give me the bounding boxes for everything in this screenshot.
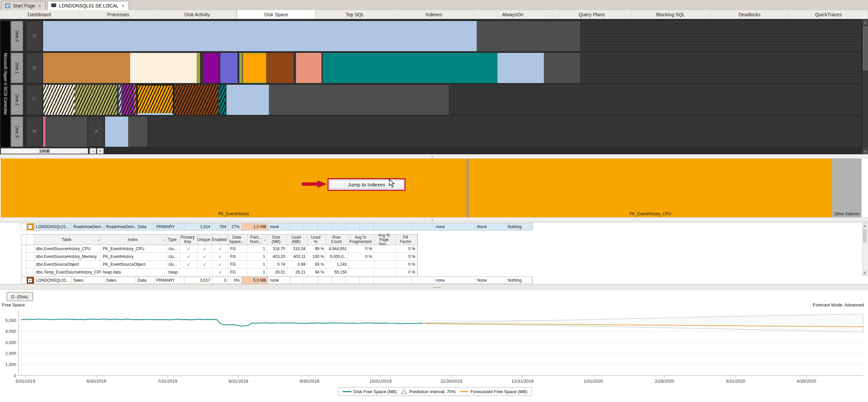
svg-text:6/30/2019: 6/30/2019 (86, 379, 106, 384)
free-space-block[interactable] (477, 21, 580, 51)
group-cell (346, 223, 360, 230)
table-row[interactable]: dbo.EventSourceObjectPK_EventSourceObjec… (21, 261, 418, 268)
group-cell (304, 223, 318, 230)
collapse-chevron-icon[interactable]: ˅ (431, 218, 433, 221)
close-icon[interactable]: × (121, 3, 125, 8)
disk-segment[interactable] (243, 53, 266, 83)
tab-quicktraces[interactable]: QuickTraces (789, 10, 868, 19)
drag-handle-dots[interactable]: ••••• (433, 286, 441, 289)
scroll-down-icon[interactable]: ▼ (862, 149, 868, 155)
table-row[interactable]: dbo.EventSourceHistory_MemoryPK_EventHis… (21, 253, 418, 261)
disk-segment[interactable] (43, 117, 45, 147)
column-header-primary-key[interactable]: Primary Key (180, 235, 198, 245)
zoom-in-button[interactable]: + (97, 148, 104, 154)
splitter-middle[interactable]: ˅ (0, 217, 868, 222)
column-header-used-mb[interactable]: Used (MB) (287, 235, 308, 245)
group-cell (346, 277, 360, 284)
disk-segment[interactable] (323, 53, 497, 83)
disk-segment[interactable] (239, 53, 242, 83)
disk-segment[interactable] (75, 85, 117, 115)
tab-blocking-sql[interactable]: Blocking SQL (631, 10, 710, 19)
tab-disk-activity[interactable]: Disk Activity (158, 10, 237, 19)
column-header-unique[interactable]: Unique (198, 235, 212, 245)
scroll-up-icon[interactable]: ▲ (863, 223, 867, 228)
table-row[interactable]: dbo.Temp_EventSourceHistory_CPUheap data… (21, 268, 418, 276)
group-cell: Data (136, 223, 155, 230)
disk-segment[interactable] (296, 53, 321, 83)
group-row[interactable]: +LONDONSQL01...SalesSalesDataPRIMARY3,51… (21, 277, 533, 284)
scrollbar-thumb[interactable] (863, 26, 868, 70)
index-block-pk-eventhistory-cpu[interactable]: PK_EventHistory_CPU (469, 159, 832, 217)
cell-size-mb: 318.70 (267, 245, 287, 253)
column-header-row-count[interactable]: Row Count (326, 235, 349, 245)
free-space-block[interactable] (269, 85, 449, 115)
svg-text:10/31/2019: 10/31/2019 (369, 379, 391, 384)
tab-dashboard[interactable]: Dashboard (0, 10, 79, 19)
disk-segment[interactable] (220, 53, 237, 83)
expand-expander-icon[interactable]: + (28, 278, 32, 283)
start-page-icon (5, 3, 11, 8)
disk-segment[interactable] (203, 53, 219, 83)
disk-segment[interactable] (105, 117, 128, 147)
cell-data-space: FG (229, 253, 247, 260)
checkmark-icon: ✓ (203, 246, 207, 252)
disk-segment[interactable] (197, 53, 200, 83)
tab-query-plans[interactable]: Query Plans (552, 10, 631, 19)
free-space-block[interactable] (544, 53, 580, 83)
checkmark-icon: ✓ (218, 262, 222, 267)
disk-segment[interactable] (137, 85, 174, 115)
splitter-bottom[interactable]: ••••• (0, 284, 868, 290)
column-header-avg-page-spa[interactable]: Avg % Page Spa... (374, 235, 396, 245)
free-space-block[interactable] (45, 117, 87, 147)
tab-deadlocks[interactable]: Deadlocks (710, 10, 789, 19)
collapse-expander-icon[interactable]: - (28, 225, 32, 229)
splitter-top[interactable]: ˅ (0, 154, 868, 159)
index-block-other-indexes[interactable]: Other Indexes (832, 159, 862, 217)
tab-processes[interactable]: Processes (79, 10, 158, 19)
column-header-used[interactable]: Used % (308, 235, 326, 245)
column-header-parti-num[interactable]: Parti... Num...▲ (247, 235, 267, 245)
close-icon[interactable]: × (38, 3, 42, 8)
tab-top-sql[interactable]: Top SQL (316, 10, 395, 19)
column-header-avg-fragmented[interactable]: Avg % Fragmented (349, 235, 374, 245)
disk-segment[interactable] (497, 53, 544, 83)
scroll-up-icon[interactable]: ▲ (862, 19, 868, 25)
disk-segment[interactable] (119, 85, 121, 115)
cell-enabled: ✓ (212, 253, 229, 260)
column-header-table[interactable]: Table▲ (34, 235, 101, 245)
svg-text:11/30/2019: 11/30/2019 (440, 379, 462, 384)
free-space-block[interactable] (128, 117, 147, 147)
disk-d-tab[interactable]: D: (Disk) (7, 292, 33, 301)
tab-alwayson[interactable]: AlwaysOn (473, 10, 552, 19)
disk-view-scrollbar[interactable]: ▲ ▼ (862, 19, 868, 155)
column-header-data-space[interactable]: Data Space... (229, 235, 247, 245)
group-row[interactable]: -LONDONSQL01...RoadshowDem...RoadshowDem… (21, 223, 533, 230)
column-header-enabled[interactable]: Enabled (212, 235, 229, 245)
disk-segment[interactable] (219, 85, 225, 115)
disk-segment[interactable] (134, 85, 136, 115)
scroll-down-icon[interactable]: ▼ (863, 270, 867, 276)
disk-segment[interactable] (43, 85, 75, 115)
tab-indexes[interactable]: Indexes (395, 10, 474, 19)
disk-segment[interactable] (43, 53, 130, 83)
collapse-chevron-icon[interactable]: ˅ (431, 155, 433, 158)
group-cell (332, 277, 346, 284)
doc-tab-start-page[interactable]: Start Page× (1, 1, 45, 10)
disk-segment[interactable] (226, 85, 269, 115)
column-header-index[interactable]: Index▲ (101, 235, 167, 245)
disk-segment[interactable] (175, 85, 218, 115)
cell-data-space: FG (229, 261, 247, 268)
scrollbar-thumb[interactable] (863, 229, 867, 243)
column-header-size-mb[interactable]: Size (MB) (267, 235, 287, 245)
disk-segment[interactable] (130, 53, 197, 83)
zoom-out-button[interactable]: - (90, 148, 96, 154)
disk-segment[interactable] (121, 85, 133, 115)
column-header-fill-factor[interactable]: Fill Factor (396, 235, 417, 245)
doc-tab-londonsql01-se-local[interactable]: LONDONSQL01.SE.LOCAL× (47, 1, 129, 10)
disk-segment[interactable] (43, 21, 477, 51)
table-row[interactable]: dbo.EventSourceHistory_CPUPK_EventHistor… (21, 245, 418, 253)
column-header-type[interactable]: Type (167, 235, 180, 245)
grid-scrollbar[interactable]: ▲ ▼ (862, 223, 867, 276)
tab-disk-space[interactable]: Disk Space (237, 10, 316, 19)
disk-segment[interactable] (266, 53, 294, 83)
